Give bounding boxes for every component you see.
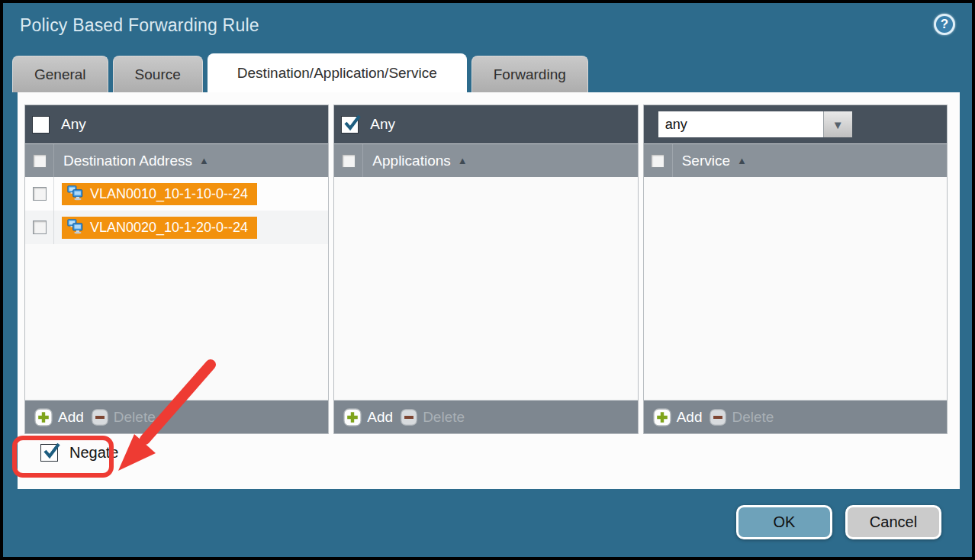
applications-any-checkbox[interactable] xyxy=(341,116,359,134)
destination-address-column: Any Destination Address ▲ xyxy=(24,105,329,434)
plus-icon xyxy=(653,408,671,426)
applications-column: Any Applications ▲ Add xyxy=(333,105,638,434)
delete-label: Delete xyxy=(732,409,774,426)
row-checkbox[interactable] xyxy=(33,220,47,234)
negate-checkbox[interactable] xyxy=(40,444,58,462)
applications-select-all-checkbox[interactable] xyxy=(342,154,356,168)
add-label: Add xyxy=(58,409,84,426)
tab-forwarding[interactable]: Forwarding xyxy=(471,56,588,92)
row-checkbox[interactable] xyxy=(33,187,47,201)
service-column: any ▼ Service ▲ Add xyxy=(643,105,948,434)
table-row: VLAN0010_10-1-10-0--24 xyxy=(25,177,328,211)
delete-button[interactable]: Delete xyxy=(401,409,465,426)
tab-destination-application-service[interactable]: Destination/Application/Service xyxy=(208,53,467,92)
dialog-action-buttons: OK Cancel xyxy=(736,505,941,539)
sort-ascending-icon: ▲ xyxy=(458,155,468,166)
negate-label: Negate xyxy=(69,444,119,462)
plus-icon xyxy=(34,408,53,426)
tab-source[interactable]: Source xyxy=(113,56,203,92)
destination-address-list: VLAN0010_10-1-10-0--24 xyxy=(25,177,328,400)
add-button[interactable]: Add xyxy=(653,408,703,426)
add-button[interactable]: Add xyxy=(34,408,84,426)
add-button[interactable]: Add xyxy=(343,408,393,426)
service-column-header[interactable]: Service xyxy=(682,153,730,169)
address-object-chip[interactable]: VLAN0010_10-1-10-0--24 xyxy=(62,183,257,205)
sort-ascending-icon: ▲ xyxy=(737,155,747,166)
minus-icon xyxy=(92,409,108,426)
service-type-value: any xyxy=(658,111,823,137)
address-object-label: VLAN0010_10-1-10-0--24 xyxy=(90,186,248,202)
destination-any-checkbox[interactable] xyxy=(32,116,50,134)
applications-column-header[interactable]: Applications xyxy=(372,153,450,169)
dialog-title: Policy Based Forwarding Rule xyxy=(20,15,259,36)
tab-bar: General Source Destination/Application/S… xyxy=(12,53,963,92)
service-select-all-checkbox[interactable] xyxy=(651,154,664,168)
table-row: VLAN0020_10-1-20-0--24 xyxy=(25,211,328,244)
tab-general[interactable]: General xyxy=(12,56,108,92)
destination-column-header[interactable]: Destination Address xyxy=(63,153,192,169)
service-list xyxy=(644,177,947,400)
delete-label: Delete xyxy=(114,409,156,426)
network-address-icon xyxy=(66,184,84,204)
address-object-label: VLAN0020_10-1-20-0--24 xyxy=(90,220,248,236)
address-object-chip[interactable]: VLAN0020_10-1-20-0--24 xyxy=(62,217,257,239)
tab-content-panel: Any Destination Address ▲ xyxy=(18,92,960,489)
service-type-dropdown[interactable]: any ▼ xyxy=(658,111,853,138)
delete-button[interactable]: Delete xyxy=(92,409,156,426)
negate-control: Negate xyxy=(40,444,119,462)
delete-label: Delete xyxy=(423,409,465,426)
plus-icon xyxy=(343,408,362,426)
minus-icon xyxy=(401,409,417,426)
destination-any-label: Any xyxy=(61,116,86,133)
network-address-icon xyxy=(66,217,84,237)
policy-based-forwarding-dialog: Policy Based Forwarding Rule ? General S… xyxy=(0,0,975,560)
add-label: Add xyxy=(677,409,703,426)
help-icon[interactable]: ? xyxy=(934,14,955,35)
minus-icon xyxy=(710,409,726,426)
applications-any-label: Any xyxy=(370,116,395,133)
add-label: Add xyxy=(367,409,393,426)
sort-ascending-icon: ▲ xyxy=(199,155,209,166)
delete-button[interactable]: Delete xyxy=(710,409,774,426)
ok-button[interactable]: OK xyxy=(736,505,832,539)
destination-select-all-checkbox[interactable] xyxy=(33,154,47,168)
applications-list xyxy=(334,177,637,400)
chevron-down-icon[interactable]: ▼ xyxy=(823,111,852,137)
cancel-button[interactable]: Cancel xyxy=(845,505,941,539)
